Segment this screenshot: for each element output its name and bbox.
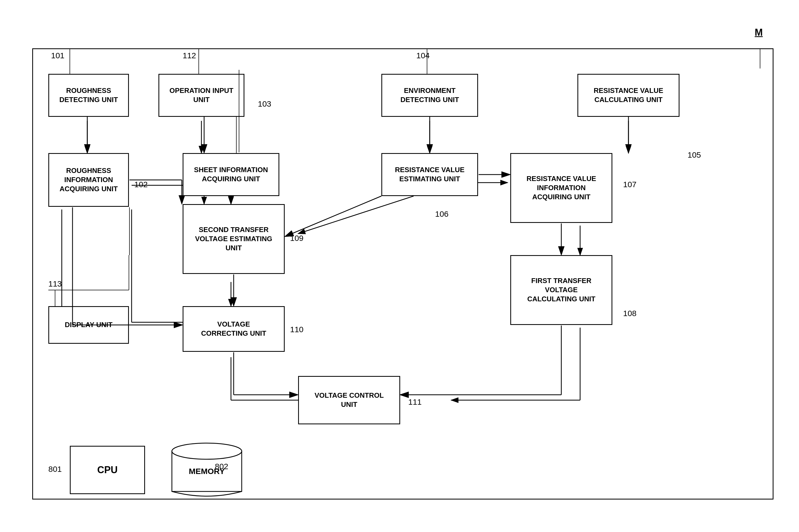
ref-802: 802 xyxy=(215,462,228,471)
first-transfer-voltage-unit: FIRST TRANSFERVOLTAGECALCULATING UNIT xyxy=(510,255,612,325)
voltage-control-unit: VOLTAGE CONTROLUNIT xyxy=(298,376,400,424)
memory-unit: MEMORY xyxy=(169,440,244,499)
operation-input-unit: OPERATION INPUTUNIT xyxy=(158,74,244,117)
environment-detecting-unit: ENVIRONMENTDETECTING UNIT xyxy=(381,74,478,117)
ref-105: 105 xyxy=(687,150,701,159)
ref-113: 113 xyxy=(48,279,62,288)
ref-111: 111 xyxy=(408,397,422,406)
display-unit: DISPLAY UNIT xyxy=(48,306,129,344)
ref-107: 107 xyxy=(623,180,636,189)
ref-109: 109 xyxy=(290,234,304,243)
resistance-value-estimating-unit: RESISTANCE VALUEESTIMATING UNIT xyxy=(381,153,478,196)
ref-112: 112 xyxy=(183,51,196,60)
roughness-detecting-unit: ROUGHNESSDETECTING UNIT xyxy=(48,74,129,117)
ref-103: 103 xyxy=(258,99,271,109)
roughness-info-acquiring-unit: ROUGHNESSINFORMATIONACQUIRING UNIT xyxy=(48,153,129,207)
ref-108: 108 xyxy=(623,309,636,318)
ref-106: 106 xyxy=(435,209,449,218)
ref-102: 102 xyxy=(134,180,148,189)
diagram-container: M xyxy=(16,21,784,516)
voltage-correcting-unit: VOLTAGECORRECTING UNIT xyxy=(183,306,285,352)
ref-801: 801 xyxy=(48,464,62,474)
sheet-info-acquiring-unit: SHEET INFORMATIONACQUIRING UNIT xyxy=(183,153,279,196)
resistance-value-calculating-unit: RESISTANCE VALUECALCULATING UNIT xyxy=(577,74,680,117)
svg-point-23 xyxy=(172,443,242,459)
label-M: M xyxy=(755,27,763,38)
ref-110: 110 xyxy=(290,325,304,334)
second-transfer-voltage-unit: SECOND TRANSFERVOLTAGE ESTIMATINGUNIT xyxy=(183,204,285,274)
cpu-unit: CPU xyxy=(70,446,145,494)
ref-101: 101 xyxy=(51,51,64,60)
resistance-value-info-acquiring-unit: RESISTANCE VALUEINFORMATIONACQUIRING UNI… xyxy=(510,153,612,223)
ref-104: 104 xyxy=(416,51,430,60)
